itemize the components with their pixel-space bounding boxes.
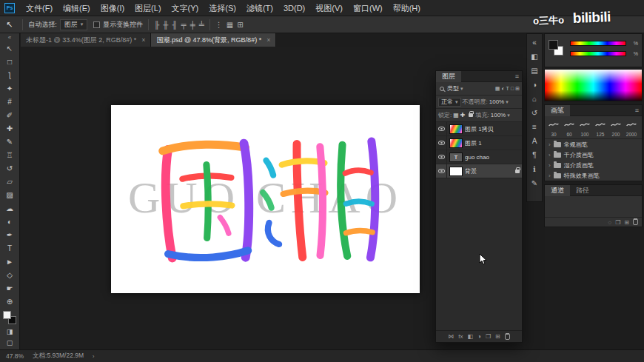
new-group-icon[interactable]: ❒ xyxy=(486,333,491,340)
color-spectrum-picker[interactable] xyxy=(544,69,643,101)
background-layer-thumbnail[interactable] xyxy=(449,167,463,176)
show-transform-checkbox[interactable] xyxy=(93,21,100,28)
zoom-tool-icon[interactable]: ⊕ xyxy=(1,295,18,308)
libraries-panel-icon[interactable]: ⌂ xyxy=(527,92,542,106)
filter-adjustment-icon[interactable]: ◐ xyxy=(501,86,504,92)
brush-folder-dry-media[interactable]: › 干介质画笔 xyxy=(545,150,642,160)
foreground-color-swatch[interactable] xyxy=(3,311,11,319)
brush-preset[interactable]: 60 xyxy=(562,118,577,137)
lock-position-icon[interactable]: ✚ xyxy=(460,112,466,118)
saturation-slider[interactable] xyxy=(570,51,626,56)
visibility-toggle[interactable] xyxy=(436,164,447,178)
align-center-h-icon[interactable]: ╫ xyxy=(163,21,168,29)
brush-preset[interactable]: 2000 xyxy=(624,118,639,137)
screen-mode-icon[interactable]: ▢ xyxy=(1,337,18,348)
document-canvas[interactable]: GUO CHAO xyxy=(111,105,420,293)
clone-stamp-tool-icon[interactable]: ♖ xyxy=(1,148,18,161)
visibility-toggle[interactable] xyxy=(436,122,447,136)
fill-value[interactable]: 100% xyxy=(491,112,506,118)
lock-all-icon[interactable] xyxy=(469,113,473,117)
align-left-icon[interactable]: ╟ xyxy=(154,21,159,29)
eraser-tool-icon[interactable]: ▱ xyxy=(1,175,18,188)
brush-preset[interactable]: 30 xyxy=(546,118,561,137)
crop-tool-icon[interactable]: # xyxy=(1,95,18,108)
layer-name[interactable]: 背景 xyxy=(465,167,477,175)
layer-row-background[interactable]: 背景 xyxy=(436,164,522,178)
info-panel-icon[interactable]: ℹ xyxy=(527,162,542,176)
new-layer-icon[interactable]: ⊞ xyxy=(495,333,500,340)
shape-tool-icon[interactable]: ◇ xyxy=(1,268,18,281)
filter-shape-icon[interactable]: □ xyxy=(511,86,514,92)
brush-folder-wet-media[interactable]: › 湿介质画笔 xyxy=(545,160,642,170)
tab-brushes[interactable]: 画笔 xyxy=(545,105,570,116)
brush-tool-icon[interactable]: ✎ xyxy=(1,135,18,148)
zoom-level[interactable]: 47.8% xyxy=(6,352,24,360)
menu-view[interactable]: 视图(V) xyxy=(310,0,348,16)
menu-layer[interactable]: 图层(L) xyxy=(130,0,166,16)
quick-selection-tool-icon[interactable]: ✦ xyxy=(1,81,18,95)
brush-preset[interactable]: 200 xyxy=(608,118,623,137)
menu-select[interactable]: 选择(S) xyxy=(204,0,241,16)
document-tab-untitled[interactable]: 未标题-1 @ 33.4%(图层 2, RGB/8#) * × xyxy=(21,33,151,47)
adjustment-layer-icon[interactable]: ◑ xyxy=(477,333,481,340)
menu-3d[interactable]: 3D(D) xyxy=(278,0,310,16)
load-selection-icon[interactable]: ◌ xyxy=(608,219,611,226)
add-mask-icon[interactable]: ◧ xyxy=(467,333,473,340)
panel-menu-icon[interactable]: ≡ xyxy=(635,107,642,114)
collapse-toolbar-icon[interactable]: « xyxy=(8,34,11,41)
layer-style-icon[interactable]: fx xyxy=(458,333,463,340)
close-icon[interactable]: × xyxy=(266,36,270,44)
pen-tool-icon[interactable]: ✒ xyxy=(1,228,18,241)
history-panel-icon[interactable]: ↺ xyxy=(527,106,542,120)
arrange-icon[interactable]: ⊞ xyxy=(237,21,243,29)
lasso-tool-icon[interactable]: ƪ xyxy=(1,68,18,81)
color-panel-icon[interactable]: ◧ xyxy=(527,50,542,64)
blur-tool-icon[interactable]: ☁ xyxy=(1,201,18,215)
opacity-value[interactable]: 100% xyxy=(489,98,504,105)
text-layer-thumbnail[interactable]: T xyxy=(449,152,463,162)
delete-layer-icon[interactable] xyxy=(505,334,510,340)
layer-name[interactable]: 图层 1拷贝 xyxy=(465,125,494,133)
menu-edit[interactable]: 编辑(E) xyxy=(58,0,95,16)
layer-thumbnail[interactable] xyxy=(449,124,463,134)
path-selection-tool-icon[interactable]: ► xyxy=(1,255,18,268)
filter-pixel-icon[interactable]: ▦ xyxy=(495,86,500,92)
lock-transparent-icon[interactable]: ▦ xyxy=(453,112,459,118)
3d-mode-icon[interactable]: ▦ xyxy=(227,21,233,29)
menu-type[interactable]: 文字(Y) xyxy=(167,0,204,16)
status-menu-arrow-icon[interactable]: › xyxy=(93,354,94,359)
type-tool-icon[interactable]: T xyxy=(1,241,18,255)
menu-window[interactable]: 窗口(W) xyxy=(348,0,388,16)
history-brush-tool-icon[interactable]: ↺ xyxy=(1,161,18,175)
align-top-icon[interactable]: ╤ xyxy=(181,21,187,29)
save-selection-icon[interactable]: ❒ xyxy=(615,219,620,226)
marquee-tool-icon[interactable]: □ xyxy=(1,55,18,68)
delete-channel-icon[interactable] xyxy=(633,219,638,225)
healing-brush-tool-icon[interactable]: ✚ xyxy=(1,121,18,135)
align-center-v-icon[interactable]: ╪ xyxy=(190,21,195,29)
collapse-panels-icon[interactable]: « xyxy=(527,36,542,50)
link-layers-icon[interactable]: ⋈ xyxy=(448,333,454,340)
adjustments-panel-icon[interactable]: ◑ xyxy=(527,78,542,92)
layer-thumbnail[interactable] xyxy=(449,138,463,148)
brush-folder-general[interactable]: › 常规画笔 xyxy=(545,139,642,150)
foreground-background-colors[interactable] xyxy=(2,311,17,326)
layer-name[interactable]: 图层 1 xyxy=(465,139,482,147)
filter-type-icon[interactable]: T xyxy=(506,86,509,92)
eyedropper-tool-icon[interactable]: ✐ xyxy=(1,108,18,121)
menu-image[interactable]: 图像(I) xyxy=(95,0,130,16)
layer-row-1[interactable]: 图层 1 xyxy=(436,136,522,150)
move-tool-icon[interactable]: ↖ xyxy=(1,41,18,55)
properties-panel-icon[interactable]: ≡ xyxy=(527,120,542,134)
close-icon[interactable]: × xyxy=(141,36,145,44)
tab-paths[interactable]: 路径 xyxy=(570,185,595,196)
panel-foreground-swatch[interactable] xyxy=(549,40,558,50)
menu-filter[interactable]: 滤镜(T) xyxy=(241,0,278,16)
layer-name[interactable]: guo chao xyxy=(465,154,489,161)
document-tab-guochao[interactable]: 国潮.psd @ 47.8%(背景, RGB/8#) * × xyxy=(151,33,276,47)
visibility-toggle[interactable] xyxy=(436,136,447,150)
paragraph-panel-icon[interactable]: ¶ xyxy=(527,148,542,162)
menu-help[interactable]: 帮助(H) xyxy=(388,0,426,16)
hand-tool-icon[interactable]: ☛ xyxy=(1,281,18,295)
layer-row-text[interactable]: T guo chao xyxy=(436,150,522,164)
